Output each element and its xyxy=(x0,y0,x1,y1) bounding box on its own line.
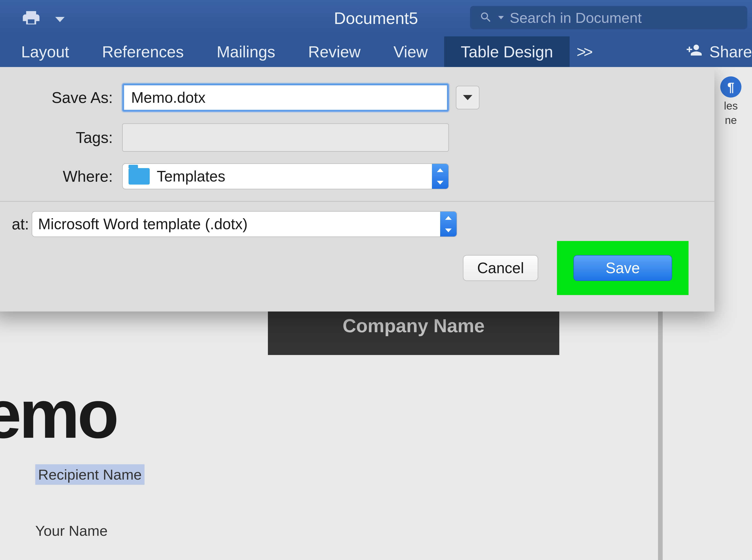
folder-icon xyxy=(128,168,150,184)
main-area: ¶ les ne Company Name emo Recipient Name… xyxy=(0,67,752,560)
cancel-button[interactable]: Cancel xyxy=(463,255,538,281)
styles-label-line2: ne xyxy=(717,114,745,126)
document-heading: emo xyxy=(0,375,117,453)
tab-references[interactable]: References xyxy=(85,36,200,67)
share-label: Share xyxy=(709,43,752,61)
dialog-divider xyxy=(0,201,714,202)
tags-label: Tags: xyxy=(12,128,122,146)
save-dialog: Save As: Tags: Where: Templates at: xyxy=(0,67,714,312)
search-dropdown-icon[interactable] xyxy=(498,16,504,19)
where-value: Templates xyxy=(157,167,225,185)
ribbon-tabs: Layout References Mailings Review View T… xyxy=(0,36,752,67)
where-label: Where: xyxy=(12,167,122,185)
format-row: at: Microsoft Word template (.dotx) xyxy=(12,211,696,237)
tab-layout[interactable]: Layout xyxy=(5,36,85,67)
styles-label-line1: les xyxy=(717,100,745,112)
save-button[interactable]: Save xyxy=(573,255,672,281)
tab-mailings[interactable]: Mailings xyxy=(200,36,292,67)
chevron-down-icon xyxy=(463,95,472,100)
search-icon xyxy=(480,11,492,25)
search-container xyxy=(470,6,747,29)
where-row: Where: Templates xyxy=(12,163,696,189)
field-recipient-name[interactable]: Recipient Name xyxy=(35,464,144,485)
ribbon-overflow-icon[interactable]: >> xyxy=(570,43,597,61)
share-icon xyxy=(686,42,703,62)
save-highlight-annotation: Save xyxy=(557,241,689,295)
field-name[interactable]: Name xyxy=(35,558,144,560)
where-select[interactable]: Templates xyxy=(122,163,449,189)
save-as-label: Save As: xyxy=(12,88,122,106)
tab-table-design[interactable]: Table Design xyxy=(444,36,569,67)
tab-review[interactable]: Review xyxy=(292,36,377,67)
print-icon[interactable] xyxy=(21,8,41,29)
titlebar: Document5 xyxy=(0,0,752,36)
quick-access-dropdown-icon[interactable] xyxy=(55,17,65,22)
save-as-row: Save As: xyxy=(12,83,696,112)
page-edge xyxy=(658,302,663,560)
expand-dialog-button[interactable] xyxy=(456,86,480,109)
document-company-name: Company Name xyxy=(268,308,559,355)
format-label: at: xyxy=(12,215,32,233)
titlebar-quick-access xyxy=(0,8,65,29)
document-title: Document5 xyxy=(334,9,418,28)
share-button[interactable]: Share xyxy=(686,42,752,62)
file-format-select[interactable]: Microsoft Word template (.dotx) xyxy=(32,211,457,237)
search-input[interactable] xyxy=(510,9,738,26)
tab-view[interactable]: View xyxy=(377,36,444,67)
format-stepper-icon[interactable] xyxy=(440,212,456,237)
styles-pane-button[interactable]: ¶ les ne xyxy=(717,76,745,126)
pilcrow-icon: ¶ xyxy=(720,76,741,98)
format-value: Microsoft Word template (.dotx) xyxy=(38,215,248,233)
tags-row: Tags: xyxy=(12,123,696,152)
where-stepper-icon[interactable] xyxy=(432,164,448,189)
save-as-input[interactable] xyxy=(122,83,449,112)
field-your-name[interactable]: Your Name xyxy=(35,522,144,539)
dialog-buttons: Cancel Save xyxy=(463,241,689,295)
document-fields: Recipient Name Your Name Name xyxy=(35,464,144,560)
tags-input[interactable] xyxy=(122,123,449,152)
